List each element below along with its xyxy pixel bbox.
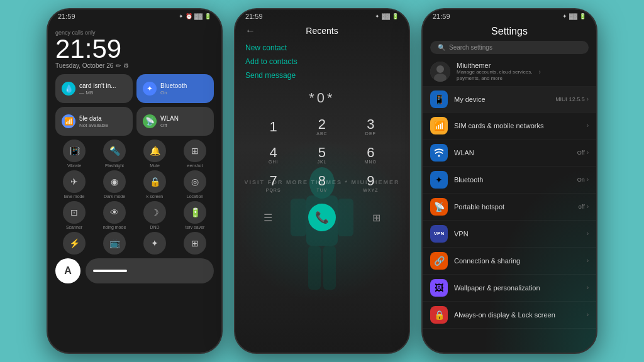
connection-text: Connection & sharing — [454, 257, 580, 265]
mute-btn[interactable]: 🔔 Mute — [136, 140, 174, 168]
screen-cast-btn[interactable]: 📺 — [96, 232, 133, 255]
settings-item-connection[interactable]: 🔗 Connection & sharing › — [423, 248, 596, 275]
scanner-btn[interactable]: ⊡ Scanner — [55, 201, 93, 229]
dial-key-6[interactable]: 6 MNO — [348, 142, 394, 168]
airplane-btn[interactable]: ✈ lane mode — [55, 170, 93, 199]
recents-header: ← Recents — [235, 23, 409, 36]
sim-label: SIM cards & mobile networks — [454, 122, 580, 129]
airplane-label: lane mode — [64, 194, 85, 199]
vpn-text: VPN — [454, 230, 580, 238]
dial-key-8[interactable]: 8 TUV — [299, 170, 345, 196]
call-button-wrap: 📞 — [308, 204, 336, 231]
hotspot-icon: 📡 — [430, 198, 448, 216]
settings-item-hotspot[interactable]: 📡 Portable hotspot off › — [423, 194, 596, 221]
signal-icon: ▓▓ — [194, 13, 203, 19]
dial-key-1[interactable]: 1 — [250, 114, 296, 140]
dialer-keypad-icon[interactable]: ⊞ — [372, 212, 380, 224]
dial-key-2[interactable]: 2 ABC — [299, 114, 345, 140]
wlan-settings-label: WLAN — [454, 149, 571, 156]
signal-icon-2: ▓▓ — [382, 13, 390, 19]
wlan-settings-icon — [430, 144, 448, 162]
flashlight-btn[interactable]: 🔦 Flashlight — [96, 140, 133, 168]
extra-btn2[interactable]: ⊞ — [176, 232, 214, 255]
brightness-slider[interactable] — [86, 258, 214, 283]
brightness-fill — [93, 270, 127, 272]
my-device-chevron: › — [587, 96, 589, 102]
back-button[interactable]: ← — [245, 25, 255, 36]
status-bar-1: 21:59 ✦ ⏰ ▓▓ 🔋 — [48, 9, 221, 23]
svg-point-7 — [436, 65, 444, 73]
settings-item-miuithemer[interactable]: Miuithemer Manage accounts, cloud servic… — [423, 58, 596, 87]
dial-key-7[interactable]: 7 PQRS — [250, 170, 296, 196]
user-avatar[interactable]: A — [55, 258, 80, 283]
bluetooth-tile[interactable]: ✦ Bluetooth On — [136, 74, 214, 103]
settings-item-vpn[interactable]: VPN VPN › — [423, 221, 596, 248]
screenshot-btn[interactable]: ⊞ eenshot — [176, 140, 214, 168]
extra-btn1[interactable]: ✦ — [136, 232, 174, 255]
vpn-label: VPN — [454, 230, 580, 238]
add-to-contacts-btn[interactable]: Add to contacts — [245, 55, 399, 69]
reading-btn[interactable]: 👁 nding mode — [96, 201, 133, 229]
status-time-1: 21:59 — [58, 13, 75, 20]
dial-key-9[interactable]: 9 WXYZ — [348, 170, 394, 196]
flashlight-icon: 🔦 — [103, 140, 126, 162]
settings-item-aod[interactable]: 🔒 Always-on display & Lock screen › — [423, 302, 596, 329]
location-label: Location — [187, 194, 203, 199]
settings-item-wlan[interactable]: WLAN Off › — [423, 140, 596, 167]
dialer-menu-icon[interactable]: ☰ — [264, 212, 272, 224]
mobile-data-tile[interactable]: 📶 5le data Not available — [55, 107, 133, 136]
bluetooth-settings-icon: ✦ — [430, 171, 448, 189]
dialer-nav: ☰ 📞 ⊞ — [235, 199, 409, 236]
mute-label: Mute — [150, 163, 160, 168]
phone-dialer: 21:59 ✦ ▓▓ 🔋 ← Recents New — [234, 8, 410, 354]
vibrate-icon: 📳 — [63, 140, 86, 162]
dial-key-5[interactable]: 5 JKL — [299, 142, 345, 168]
aod-icon: 🔒 — [430, 306, 448, 324]
settings-item-wallpaper[interactable]: 🖼 Wallpaper & personalization › — [423, 275, 596, 302]
status-bar-2: 21:59 ✦ ▓▓ 🔋 — [235, 9, 409, 23]
settings-item-bluetooth[interactable]: ✦ Bluetooth On › — [423, 167, 596, 194]
power-btn[interactable]: ⚡ — [55, 232, 93, 255]
location-btn[interactable]: ◎ Location — [176, 170, 214, 199]
settings-search[interactable]: 🔍 Search settings — [430, 41, 589, 54]
icon-grid-row3: ⊡ Scanner 👁 nding mode ☽ DND 🔋 — [55, 201, 214, 229]
bt-icon-3: ✦ — [562, 13, 567, 19]
scanner-label: Scanner — [66, 225, 82, 229]
settings-item-my-device[interactable]: 📱 My device MIUI 12.5.5 › — [423, 87, 596, 112]
lockscreen-icon: 🔒 — [143, 170, 166, 193]
vibrate-btn[interactable]: 📳 Vibrate — [55, 140, 93, 168]
dial-key-3[interactable]: 3 DEF — [348, 114, 394, 140]
svg-rect-4 — [308, 246, 321, 290]
dial-key-4[interactable]: 4 GHI — [250, 142, 296, 168]
lockscreen-btn[interactable]: 🔒 k screen — [136, 170, 174, 199]
aod-text: Always-on display & Lock screen — [454, 311, 580, 319]
data-tile[interactable]: 💧 card isn't in... — MB — [55, 74, 133, 103]
wlan-chevron: › — [587, 149, 589, 156]
dnd-btn[interactable]: ☽ DND — [136, 201, 174, 229]
alarm-icon: ⏰ — [186, 13, 192, 19]
edit-icon[interactable]: ✏ — [116, 62, 121, 69]
wallpaper-icon: 🖼 — [430, 279, 448, 297]
dnd-label: DND — [150, 225, 159, 229]
extra-icon1: ✦ — [143, 232, 166, 255]
power-icon: ⚡ — [63, 232, 86, 255]
sim-icon: 📶 — [430, 117, 448, 134]
wlan-icon: 📡 — [143, 114, 157, 128]
search-placeholder: Search settings — [449, 44, 492, 51]
call-button[interactable]: 📞 — [308, 204, 336, 231]
quick-tiles-row1: 💧 card isn't in... — MB ✦ Bluetooth On — [55, 74, 214, 103]
new-contact-btn[interactable]: New contact — [245, 41, 399, 55]
send-message-btn[interactable]: Send message — [245, 69, 399, 82]
wlan-tile[interactable]: 📡 WLAN Off — [136, 107, 214, 136]
wallpaper-label: Wallpaper & personalization — [454, 284, 580, 292]
batsaver-btn[interactable]: 🔋 terv saver — [176, 201, 214, 229]
bt-icon: ✦ — [375, 13, 380, 19]
settings-item-sim[interactable]: 📶 SIM cards & mobile networks › — [423, 112, 596, 140]
status-icons-2: ✦ ▓▓ 🔋 — [375, 13, 399, 19]
wallpaper-chevron: › — [587, 284, 589, 291]
settings-small-icon[interactable]: ⚙ — [123, 62, 129, 69]
dialer-number: *0* — [309, 90, 335, 106]
darkmode-btn[interactable]: ◉ Dark mode — [96, 170, 133, 199]
screenshot-label: eenshot — [187, 163, 203, 168]
battery-icon-3: 🔋 — [579, 13, 586, 19]
